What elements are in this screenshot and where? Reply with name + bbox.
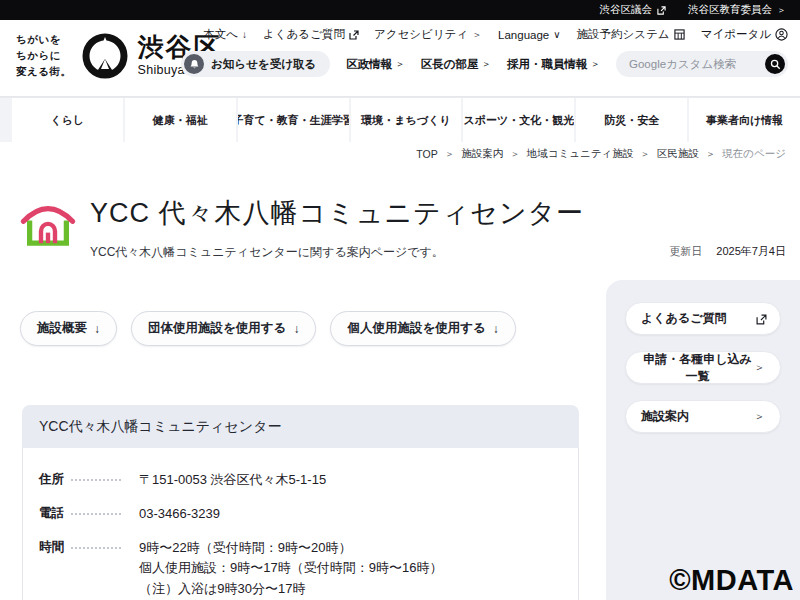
chevron-right-icon: ＞ <box>754 409 765 424</box>
dotted-leader <box>71 470 121 481</box>
breadcrumb-community-facility[interactable]: 地域コミュニティ施設 <box>527 147 633 161</box>
chevron-right-icon: ＞ <box>482 58 492 71</box>
page-title-block: YCC 代々木八幡コミュニティセンター YCC代々木八幡コミュニティセンターに関… <box>20 195 584 261</box>
sidebar-applications-button[interactable]: 申請・各種申し込み一覧 ＞ <box>625 351 781 384</box>
quick-link-city-info[interactable]: 区政情報 ＞ <box>346 57 405 72</box>
sidebar-facility-guide-button[interactable]: 施設案内 ＞ <box>625 400 781 433</box>
tab-childcare-education[interactable]: 子育て・教育・生涯学習 <box>238 98 349 142</box>
breadcrumb-top[interactable]: TOP <box>416 148 437 160</box>
link-city-council[interactable]: 渋谷区議会 <box>600 3 667 17</box>
quick-nav: お知らせを受け取る 区政情報 ＞ 区長の部屋 ＞ 採用・職員情報 ＞ <box>181 51 788 77</box>
link-board-of-education[interactable]: 渋谷区教育委員会 ＞ <box>688 3 786 17</box>
search-input[interactable] <box>629 58 765 70</box>
main-nav: くらし 健康・福祉 子育て・教育・生涯学習 環境・まちづくり スポーツ・文化・観… <box>0 97 800 142</box>
tab-kurashi[interactable]: くらし <box>12 98 123 142</box>
facility-row-address: 住所 〒151-0053 渋谷区代々木5-1-15 <box>39 470 562 491</box>
sidebar-faq-button[interactable]: よくあるご質問 <box>625 302 781 335</box>
user-account-icon <box>775 28 788 41</box>
dotted-leader <box>71 504 121 515</box>
utility-faq[interactable]: よくあるご質問 <box>263 27 358 42</box>
mdata-watermark: ©MDATA <box>669 564 794 597</box>
shibuya-city-logo-icon <box>82 33 128 79</box>
facility-row-hours: 時間 9時〜22時（受付時間：9時〜20時） 個人使用施設：9時〜17時（受付時… <box>39 538 562 600</box>
arrow-down-icon: ↓ <box>242 29 247 40</box>
page-description: YCC代々木八幡コミュニティセンターに関する案内ページです。 <box>90 244 584 261</box>
arrow-down-icon: ↓ <box>293 322 299 336</box>
search-button[interactable] <box>765 54 785 74</box>
page-title: YCC 代々木八幡コミュニティセンター <box>90 195 584 231</box>
facility-row-phone: 電話 03-3466-3239 <box>39 504 562 525</box>
site-search <box>616 51 788 77</box>
anchor-group-use-button[interactable]: 団体使用施設を使用する ↓ <box>131 311 316 346</box>
external-link-icon <box>349 30 358 39</box>
facility-card-title: YCC代々木八幡コミュニティセンター <box>22 405 579 448</box>
tab-disaster-safety[interactable]: 防災・安全 <box>576 98 687 142</box>
chevron-right-icon: ＞ <box>472 28 482 42</box>
dotted-leader <box>71 538 121 549</box>
utility-language[interactable]: Language ∨ <box>498 29 561 41</box>
top-government-bar: 渋谷区議会 渋谷区教育委員会 ＞ <box>0 0 800 20</box>
chevron-right-icon: ＞ <box>754 360 765 375</box>
right-sidebar: よくあるご質問 申請・各種申し込み一覧 ＞ 施設案内 ＞ <box>606 280 800 600</box>
chevron-right-icon: ＞ <box>395 58 405 71</box>
breadcrumb-separator: ＞ <box>640 148 650 161</box>
utility-reservation-system[interactable]: 施設予約システム <box>577 27 685 42</box>
breadcrumb: TOP ＞ 施設案内 ＞ 地域コミュニティ施設 ＞ 区民施設 ＞ 現在のページ <box>416 147 786 161</box>
breadcrumb-ward-facility[interactable]: 区民施設 <box>657 147 699 161</box>
breadcrumb-separator: ＞ <box>706 148 716 161</box>
tab-environment-city[interactable]: 環境・まちづくり <box>351 98 462 142</box>
site-header: ちがいを ちからに 変える街。 渋谷区 Shibuya City 本文へ ↓ よ… <box>0 20 800 97</box>
facility-info-card: YCC代々木八幡コミュニティセンター 住所 〒151-0053 渋谷区代々木5-… <box>22 405 579 600</box>
utility-nav: 本文へ ↓ よくあるご質問 アクセシビリティ ＞ Language ∨ 施設予約… <box>203 27 788 42</box>
tab-business-info[interactable]: 事業者向け情報 <box>689 98 800 142</box>
external-link-icon <box>657 6 666 15</box>
tab-health-welfare[interactable]: 健康・福祉 <box>125 98 236 142</box>
anchor-button-row: 施設概要 ↓ 団体使用施設を使用する ↓ 個人使用施設を使用する ↓ <box>20 311 516 346</box>
breadcrumb-separator: ＞ <box>510 148 520 161</box>
utility-accessibility[interactable]: アクセシビリティ ＞ <box>374 27 482 42</box>
quick-link-mayors-office[interactable]: 区長の部屋 ＞ <box>421 57 491 72</box>
arrow-down-icon: ↓ <box>94 322 100 336</box>
tab-sports-culture-tourism[interactable]: スポーツ・文化・観光 <box>463 98 574 142</box>
chevron-right-icon: ＞ <box>591 58 601 71</box>
chevron-right-icon: ＞ <box>777 4 786 17</box>
bell-icon <box>184 54 204 74</box>
updated-date: 更新日 2025年7月4日 <box>669 244 786 259</box>
reservation-calendar-icon <box>674 29 685 40</box>
utility-my-portal[interactable]: マイポータル <box>701 27 788 42</box>
utility-skip-to-content[interactable]: 本文へ ↓ <box>203 27 247 42</box>
breadcrumb-facility-guide[interactable]: 施設案内 <box>461 147 503 161</box>
city-tagline: ちがいを ちからに 変える街。 <box>16 32 72 79</box>
notification-subscribe-button[interactable]: お知らせを受け取る <box>181 51 330 77</box>
facility-house-icon <box>20 197 76 249</box>
anchor-facility-overview-button[interactable]: 施設概要 ↓ <box>20 311 117 346</box>
breadcrumb-current-page: 現在のページ <box>722 147 786 161</box>
anchor-individual-use-button[interactable]: 個人使用施設を使用する ↓ <box>330 311 515 346</box>
quick-link-recruitment[interactable]: 採用・職員情報 ＞ <box>507 57 600 72</box>
chevron-down-icon: ∨ <box>553 29 560 40</box>
arrow-down-icon: ↓ <box>493 322 499 336</box>
breadcrumb-separator: ＞ <box>445 148 455 161</box>
external-link-icon <box>756 314 765 323</box>
search-icon <box>770 59 781 70</box>
